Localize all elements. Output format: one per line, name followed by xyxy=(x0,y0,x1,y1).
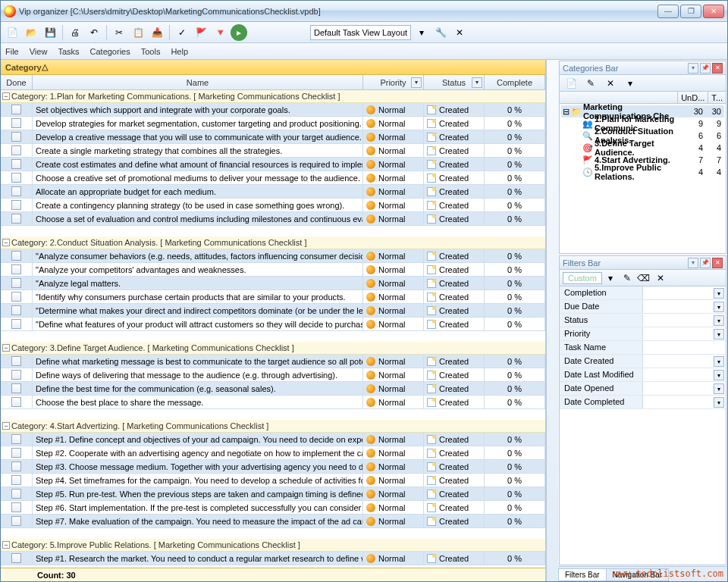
done-checkbox[interactable] xyxy=(11,356,21,366)
status-cell[interactable]: Created xyxy=(424,212,485,225)
filter-value[interactable]: ▾ xyxy=(643,382,726,395)
status-cell[interactable]: Created xyxy=(424,515,485,527)
task-row[interactable]: Allocate an appropriate budget for each … xyxy=(1,185,545,199)
status-cell[interactable]: Created xyxy=(424,501,485,514)
priority-cell[interactable]: Normal xyxy=(363,382,424,395)
priority-filter-icon[interactable]: ▾ xyxy=(411,77,422,88)
task-row[interactable]: Choose a set of evaluation and control m… xyxy=(1,212,545,226)
expand-icon[interactable]: − xyxy=(2,344,10,352)
done-checkbox[interactable] xyxy=(11,159,21,169)
filter-button[interactable]: 🔻 xyxy=(212,24,228,41)
panel-pin-icon[interactable]: 📌 xyxy=(700,258,711,268)
dropdown-icon[interactable]: ▾ xyxy=(714,370,724,380)
status-cell[interactable]: Created xyxy=(424,446,485,459)
tab-filters-bar[interactable]: Filters Bar xyxy=(558,568,607,581)
filter-value[interactable]: ▾ xyxy=(643,314,726,327)
filter-clear-button[interactable]: ⌫ xyxy=(635,270,652,286)
task-row[interactable]: "Analyze consumer behaviors (e.g. needs,… xyxy=(1,249,545,263)
done-checkbox[interactable] xyxy=(11,489,21,499)
filter-value[interactable]: ▾ xyxy=(643,396,726,408)
vertical-scrollbar[interactable] xyxy=(546,60,558,581)
task-row[interactable]: "Analyze your competitors' advantages an… xyxy=(1,263,545,277)
done-checkbox[interactable] xyxy=(11,251,21,261)
col-name[interactable]: Name xyxy=(33,75,363,89)
expand-icon[interactable]: ⊟ xyxy=(563,107,570,117)
maximize-button[interactable]: ❐ xyxy=(680,5,701,18)
expand-icon[interactable]: − xyxy=(2,422,10,430)
menu-help[interactable]: Help xyxy=(171,47,188,56)
cut-button[interactable]: ✂ xyxy=(111,24,127,41)
priority-cell[interactable]: Normal xyxy=(363,199,424,211)
expand-icon[interactable]: − xyxy=(2,239,10,246)
priority-cell[interactable]: Normal xyxy=(363,263,424,276)
priority-cell[interactable]: Normal xyxy=(363,103,424,116)
done-checkbox[interactable] xyxy=(11,186,21,196)
filter-edit-button[interactable]: ✎ xyxy=(619,270,635,286)
done-checkbox[interactable] xyxy=(11,370,21,380)
status-filter-icon[interactable]: ▾ xyxy=(472,77,482,88)
task-row[interactable]: Set objectives which support and integra… xyxy=(1,103,545,117)
open-button[interactable]: 📂 xyxy=(23,24,39,41)
done-checkbox[interactable] xyxy=(11,132,21,142)
status-cell[interactable]: Created xyxy=(424,249,485,262)
task-row[interactable]: Step #3. Choose message medium. Together… xyxy=(1,460,545,474)
done-checkbox[interactable] xyxy=(11,173,21,183)
flag-button[interactable]: 🚩 xyxy=(193,24,209,41)
tree-item[interactable]: 🎯3.Define Target Audience.44 xyxy=(561,142,724,154)
menu-tools[interactable]: Tools xyxy=(141,47,161,56)
status-cell[interactable]: Created xyxy=(424,158,485,171)
task-row[interactable]: Step #1. Research the market. You need t… xyxy=(1,552,545,565)
priority-cell[interactable]: Normal xyxy=(363,355,424,368)
panel-menu-icon[interactable]: ▾ xyxy=(688,258,698,268)
done-checkbox[interactable] xyxy=(11,553,21,563)
task-row[interactable]: Choose the best place to share the messa… xyxy=(1,396,545,409)
priority-cell[interactable]: Normal xyxy=(363,368,424,381)
task-row[interactable]: Step #6. Start implementation. If the pr… xyxy=(1,501,545,515)
status-cell[interactable]: Created xyxy=(424,487,485,500)
dropdown-icon[interactable]: ▾ xyxy=(714,356,724,367)
done-checkbox[interactable] xyxy=(11,200,21,210)
layout-opts-button[interactable]: ▾ xyxy=(413,24,430,41)
dropdown-icon[interactable]: ▾ xyxy=(714,329,724,340)
tree-col[interactable]: T... xyxy=(708,92,726,103)
done-checkbox[interactable] xyxy=(11,278,21,288)
priority-cell[interactable]: Normal xyxy=(363,158,424,171)
task-button[interactable]: ✓ xyxy=(174,24,190,41)
filter-value[interactable]: ▾ xyxy=(643,327,726,340)
priority-cell[interactable]: Normal xyxy=(363,277,424,289)
task-row[interactable]: "Analyze legal matters.NormalCreated0 % xyxy=(1,277,545,290)
done-checkbox[interactable] xyxy=(11,383,21,393)
priority-cell[interactable]: Normal xyxy=(363,171,424,184)
close-button[interactable]: ✕ xyxy=(703,5,724,18)
done-checkbox[interactable] xyxy=(11,146,21,155)
task-row[interactable]: Develop a creative message that you will… xyxy=(1,130,545,144)
category-row[interactable]: −Category: 3.Define Target Audience. [ M… xyxy=(1,342,545,355)
panel-close-icon[interactable]: ✕ xyxy=(712,258,723,268)
filter-value[interactable]: ▾ xyxy=(643,355,726,368)
priority-cell[interactable]: Normal xyxy=(363,460,424,473)
task-row[interactable]: Step #2. Cooperate with an advertising a… xyxy=(1,446,545,460)
col-status[interactable]: Status▾ xyxy=(424,75,485,89)
status-cell[interactable]: Created xyxy=(424,185,485,198)
expand-icon[interactable]: − xyxy=(2,541,10,549)
priority-cell[interactable]: Normal xyxy=(363,117,424,130)
panel-pin-icon[interactable]: 📌 xyxy=(700,63,711,74)
priority-cell[interactable]: Normal xyxy=(363,501,424,514)
menu-file[interactable]: File xyxy=(5,47,19,56)
status-cell[interactable]: Created xyxy=(424,474,485,487)
layout-selector[interactable]: Default Task View Layout xyxy=(310,25,411,40)
status-cell[interactable]: Created xyxy=(424,304,485,317)
menu-view[interactable]: View xyxy=(30,47,48,56)
status-cell[interactable]: Created xyxy=(424,103,485,116)
priority-cell[interactable]: Normal xyxy=(363,212,424,225)
status-cell[interactable]: Created xyxy=(424,396,485,408)
status-cell[interactable]: Created xyxy=(424,290,485,303)
task-row[interactable]: Define what marketing message is best to… xyxy=(1,355,545,368)
dropdown-icon[interactable]: ▾ xyxy=(714,302,724,312)
delete-layout-button[interactable]: ✕ xyxy=(451,24,468,41)
done-checkbox[interactable] xyxy=(11,397,21,407)
task-row[interactable]: Step #4. Set timeframes for the campaign… xyxy=(1,474,545,487)
category-row[interactable]: −Category: 1.Plan for Marketing Communic… xyxy=(1,90,545,103)
done-checkbox[interactable] xyxy=(11,305,21,315)
run-button[interactable]: ▸ xyxy=(231,24,247,41)
